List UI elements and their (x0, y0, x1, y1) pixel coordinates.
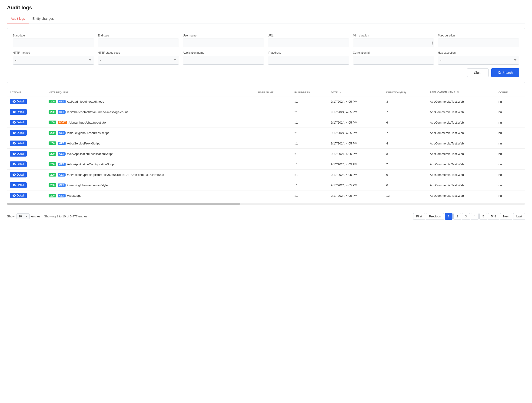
end-date-input[interactable] (98, 38, 179, 47)
http-method-group: HTTP method - GET POST PUT DELETE (13, 51, 94, 65)
ip-address-input[interactable] (268, 56, 349, 65)
start-date-input[interactable] (13, 38, 94, 47)
detail-button-4[interactable]: Detail (10, 141, 27, 146)
date-cell: 9/17/2024, 4:05 PM (328, 107, 383, 117)
status-badge: 200 (49, 152, 56, 156)
pagination-bar: Show 10 25 50 100 entries Showing 1 to 1… (7, 210, 525, 223)
previous-page-button[interactable]: Previous (426, 213, 444, 220)
correlation-cell: null (496, 149, 525, 159)
detail-button-8[interactable]: Detail (10, 182, 27, 188)
detail-button-3[interactable]: Detail (10, 130, 27, 136)
user-name-input[interactable] (183, 38, 264, 47)
app-name-input[interactable] (183, 56, 264, 65)
app-name-label: Application name (183, 51, 264, 54)
correlation-id-input[interactable] (353, 56, 434, 65)
col-duration: DURATION (MS) (383, 88, 427, 96)
page-4-button[interactable]: 4 (471, 213, 479, 220)
audit-logs-table: ACTIONS HTTP REQUEST USER NAME IP ADDRES… (7, 88, 525, 201)
detail-button-5[interactable]: Detail (10, 151, 27, 156)
page-title: Audit logs (7, 5, 525, 11)
col-ip-address: IP ADDRESS (291, 88, 328, 96)
app-name-cell: AbpCommercialTest.Web (427, 138, 495, 149)
page-548-button[interactable]: 548 (488, 213, 499, 220)
svg-point-11 (14, 195, 15, 196)
url-input[interactable] (268, 38, 349, 47)
filters-panel: Start date End date User name URL Min. d… (7, 28, 525, 83)
user-name-cell (255, 128, 291, 138)
http-status-group: HTTP status code - 200 400 404 500 (98, 51, 179, 65)
eye-icon (13, 111, 16, 113)
http-status-select[interactable]: - 200 400 404 500 (98, 56, 179, 65)
detail-button-0[interactable]: Detail (10, 99, 27, 104)
method-badge: GET (58, 100, 66, 103)
page-2-button[interactable]: 2 (453, 213, 461, 220)
last-page-button[interactable]: Last (513, 213, 525, 220)
date-cell: 9/17/2024, 4:05 PM (328, 191, 383, 201)
app-name-cell: AbpCommercialTest.Web (427, 170, 495, 180)
status-badge: 200 (49, 100, 56, 103)
method-badge: GET (58, 184, 66, 187)
min-duration-input[interactable] (353, 38, 434, 47)
status-badge: 200 (49, 194, 56, 198)
user-name-cell (255, 138, 291, 149)
url-group: URL (268, 34, 349, 47)
table-row: Detail 200 GET /Abp/ApplicationConfigura… (7, 159, 525, 170)
min-duration-up[interactable]: ▲ (431, 41, 433, 43)
next-page-button[interactable]: Next (500, 213, 513, 220)
page-5-button[interactable]: 5 (480, 213, 487, 220)
correlation-cell: null (496, 180, 525, 191)
col-date[interactable]: DATE ▼ (328, 88, 383, 96)
http-status-label: HTTP status code (98, 51, 179, 54)
search-button[interactable]: Search (491, 68, 519, 77)
col-app-name[interactable]: APPLICATION NAME ⇅ (427, 88, 495, 96)
page-3-button[interactable]: 3 (462, 213, 470, 220)
tab-audit-logs[interactable]: Audit logs (7, 14, 29, 24)
detail-button-7[interactable]: Detail (10, 172, 27, 177)
correlation-cell: null (496, 138, 525, 149)
method-badge: GET (58, 142, 66, 145)
end-date-group: End date (98, 34, 179, 47)
user-name-cell (255, 96, 291, 107)
table-row: Detail 200 GET /api/account/profile-pict… (7, 170, 525, 180)
tab-entity-changes[interactable]: Entity changes (29, 14, 57, 24)
col-http-request: HTTP REQUEST (46, 88, 255, 96)
http-method-select[interactable]: - GET POST PUT DELETE (13, 56, 94, 65)
request-path: /signalr-hubs/chat/negotiate (69, 121, 106, 124)
ip-address-cell: ::1 (291, 107, 328, 117)
clear-button[interactable]: Clear (467, 68, 488, 77)
user-name-cell (255, 159, 291, 170)
min-duration-label: Min. duration (353, 34, 434, 37)
show-label: Show (7, 215, 15, 218)
request-path: /AuditLogs (67, 194, 81, 198)
detail-button-1[interactable]: Detail (10, 109, 27, 115)
ip-address-cell: ::1 (291, 159, 328, 170)
detail-button-6[interactable]: Detail (10, 161, 27, 167)
date-cell: 9/17/2024, 4:05 PM (328, 128, 383, 138)
correlation-cell: null (496, 128, 525, 138)
ip-address-label: IP address (268, 51, 349, 54)
request-path: /api/account/profile-picture-file/024651… (67, 173, 164, 177)
method-badge: GET (58, 163, 66, 166)
min-duration-down[interactable]: ▼ (431, 43, 433, 45)
status-badge: 200 (49, 131, 56, 135)
detail-button-9[interactable]: Detail (10, 193, 27, 198)
first-page-button[interactable]: First (413, 213, 425, 220)
app-name-cell: AbpCommercialTest.Web (427, 191, 495, 201)
duration-cell: 3 (383, 96, 427, 107)
method-badge: GET (58, 173, 66, 177)
user-name-cell (255, 107, 291, 117)
has-exception-select[interactable]: - Yes No (438, 56, 519, 65)
duration-cell: 3 (383, 149, 427, 159)
page-1-button[interactable]: 1 (445, 213, 452, 220)
per-page-select[interactable]: 10 25 50 100 (17, 213, 30, 219)
horizontal-scrollbar[interactable] (7, 203, 525, 205)
date-cell: 9/17/2024, 4:05 PM (328, 138, 383, 149)
request-path: /Abp/ApplicationConfigurationScript (67, 163, 115, 166)
max-duration-input[interactable] (438, 38, 519, 47)
duration-cell: 7 (383, 128, 427, 138)
eye-icon (13, 174, 16, 176)
show-entries: Show 10 25 50 100 entries (7, 213, 40, 219)
detail-button-2[interactable]: Detail (10, 120, 27, 125)
date-sort-icon: ▼ (339, 91, 342, 94)
duration-cell: 4 (383, 138, 427, 149)
